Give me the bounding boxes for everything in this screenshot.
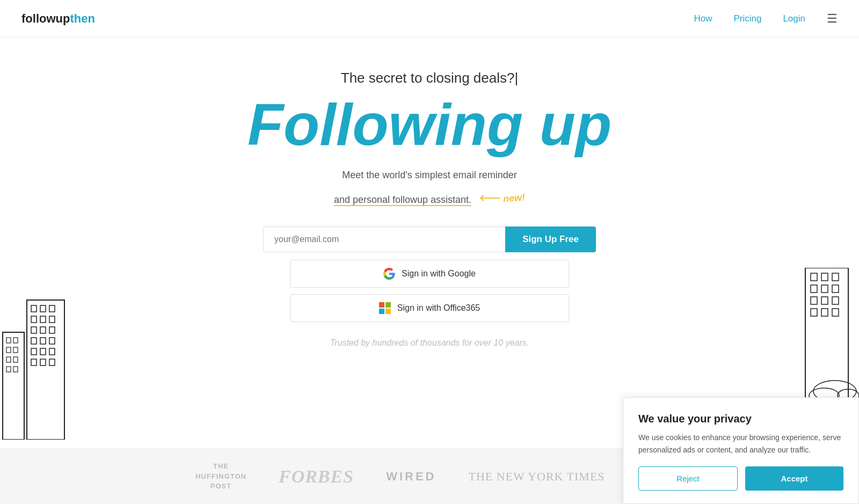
logo-huffpost: THEHUFFINGTONPOST: [195, 462, 246, 491]
new-arrow-icon: ⟵: [479, 186, 501, 210]
hero-desc-line1: Meet the world's simplest email reminder: [11, 167, 848, 183]
social-buttons: Sign in with Google Sign in with Office3…: [290, 260, 569, 322]
logo[interactable]: followupthen: [21, 12, 95, 26]
hero-desc-line2: and personal followup assistant. ⟵ new!: [11, 186, 848, 210]
hero-subtitle: The secret to closing deals?|: [11, 70, 848, 86]
svg-rect-3: [385, 309, 391, 314]
microsoft-icon: [379, 302, 391, 314]
hamburger-icon[interactable]: ☰: [827, 12, 838, 26]
nav-login[interactable]: Login: [783, 13, 805, 24]
google-signin-button[interactable]: Sign in with Google: [290, 260, 569, 288]
logo-followup: followup: [21, 12, 70, 26]
cookie-title: We value your privacy: [638, 413, 843, 425]
new-badge: ⟵ new!: [479, 186, 525, 210]
logo-forbes: Forbes: [279, 466, 354, 487]
hero-title: Following up: [11, 92, 848, 157]
new-label: new!: [503, 189, 526, 207]
hero-section: The secret to closing deals?| Following …: [0, 38, 859, 385]
logo-then: then: [70, 12, 94, 26]
signup-form: Sign Up Free: [263, 227, 596, 252]
nav-pricing[interactable]: Pricing: [733, 13, 761, 24]
svg-rect-1: [385, 302, 391, 308]
svg-rect-2: [379, 309, 384, 314]
cookie-accept-button[interactable]: Accept: [745, 466, 843, 491]
cookie-banner: We value your privacy We use cookies to …: [623, 397, 859, 504]
logo-wired: WIRED: [386, 470, 436, 484]
nav-how[interactable]: How: [694, 13, 712, 24]
google-icon: [383, 268, 395, 280]
logo-nyt: The New York Times: [468, 470, 605, 484]
cookie-reject-button[interactable]: Reject: [638, 466, 738, 491]
trusted-text: Trusted by hundreds of thousands for ove…: [11, 338, 848, 348]
cookie-description: We use cookies to enhance your browsing …: [638, 432, 843, 456]
signup-button[interactable]: Sign Up Free: [505, 227, 596, 252]
navbar: followupthen How Pricing Login ☰: [0, 0, 859, 38]
office365-signin-button[interactable]: Sign in with Office365: [290, 294, 569, 322]
email-input[interactable]: [263, 227, 505, 252]
nav-links: How Pricing Login ☰: [694, 12, 838, 26]
svg-rect-0: [379, 302, 384, 308]
cookie-buttons: Reject Accept: [638, 466, 843, 491]
